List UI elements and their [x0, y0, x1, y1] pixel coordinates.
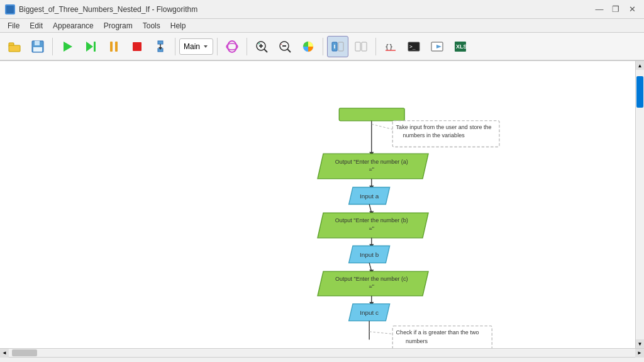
svg-rect-10 [115, 42, 118, 52]
sep6 [375, 38, 376, 55]
svg-text:=": =" [369, 166, 374, 173]
sep4 [247, 38, 247, 55]
pause-button[interactable] [103, 36, 125, 57]
svg-text:=": =" [369, 283, 374, 290]
svg-text:Input b: Input b [360, 251, 379, 258]
grid-view-button[interactable] [350, 36, 372, 57]
scroll-left-arrow[interactable]: ◄ [0, 349, 9, 358]
svg-rect-0 [6, 6, 14, 13]
svg-text:{}: {} [385, 43, 393, 51]
fit-page-button[interactable] [327, 36, 348, 57]
svg-text:Output "Enter the number (a): Output "Enter the number (a) [335, 159, 408, 165]
scroll-thumb-v[interactable] [636, 76, 643, 108]
title-bar: Biggest_of_Three_Numbers_Nested_If - Flo… [0, 0, 644, 19]
svg-text:Input c: Input c [360, 309, 379, 316]
sep5 [323, 38, 323, 55]
vertical-scrollbar[interactable]: ▲ ▼ [635, 61, 644, 348]
terminal-button[interactable]: >_ [403, 36, 425, 57]
sep2 [175, 38, 175, 55]
menu-file[interactable]: File [3, 20, 25, 31]
svg-rect-4 [35, 41, 40, 45]
svg-text:numbers: numbers [406, 338, 428, 344]
svg-text:+: + [258, 42, 260, 46]
menu-edit[interactable]: Edit [25, 20, 48, 31]
maximize-button[interactable]: ❐ [609, 3, 623, 16]
app-icon [5, 4, 15, 14]
svg-point-17 [228, 41, 236, 52]
main-dropdown-label: Main [184, 42, 200, 51]
svg-line-26 [287, 49, 291, 52]
svg-rect-33 [362, 42, 367, 51]
svg-text:=": =" [369, 225, 374, 232]
zoom-in-button[interactable]: + [251, 36, 272, 57]
svg-line-22 [264, 49, 267, 52]
svg-rect-32 [355, 42, 360, 51]
svg-text:Output "Enter the number (c): Output "Enter the number (c) [335, 276, 408, 282]
svg-text:Output "Enter the number (b): Output "Enter the number (b) [335, 217, 408, 223]
arrow-button[interactable] [426, 36, 448, 57]
symbol-button[interactable] [221, 36, 243, 57]
svg-text:Take input from the user and s: Take input from the user and store the [396, 124, 492, 130]
status-bar: 175% EN [0, 357, 644, 362]
svg-rect-5 [33, 47, 42, 52]
svg-rect-8 [94, 42, 96, 52]
svg-marker-6 [64, 42, 72, 52]
sep1 [52, 38, 53, 55]
excel-button[interactable]: XLS [450, 36, 471, 57]
window-controls[interactable]: — ❐ ✕ [592, 3, 639, 16]
close-button[interactable]: ✕ [625, 3, 639, 16]
svg-text:-: - [280, 41, 282, 47]
svg-rect-12 [158, 41, 163, 44]
menu-tools[interactable]: Tools [138, 20, 165, 31]
canvas-area[interactable]: Take input from the user and store the n… [0, 61, 635, 348]
scroll-right-arrow[interactable]: ► [635, 349, 644, 358]
scroll-up-arrow[interactable]: ▲ [636, 61, 645, 70]
run-button[interactable] [57, 36, 78, 57]
svg-text:Check if a is greater than the: Check if a is greater than the two [396, 329, 479, 336]
horizontal-scrollbar[interactable]: ◄ ► [0, 348, 644, 357]
sep3 [217, 38, 218, 55]
save-button[interactable] [27, 36, 48, 57]
toolbar: Main + - [0, 33, 644, 60]
flowchart-svg: Take input from the user and store the n… [0, 61, 635, 348]
svg-text:>_: >_ [409, 44, 416, 50]
svg-rect-30 [338, 42, 343, 51]
svg-rect-45 [339, 108, 404, 121]
window-title: Biggest_of_Three_Numbers_Nested_If - Flo… [19, 5, 197, 14]
svg-rect-11 [133, 42, 142, 51]
svg-rect-2 [9, 45, 20, 52]
svg-marker-7 [86, 42, 93, 52]
menu-appearance[interactable]: Appearance [48, 20, 99, 31]
color-button[interactable] [297, 36, 319, 57]
svg-text:XLS: XLS [456, 43, 467, 50]
zoom-out-button[interactable]: - [274, 36, 296, 57]
svg-text:Input a: Input a [360, 193, 379, 200]
chart-button[interactable] [150, 36, 171, 57]
menu-bar: File Edit Appearance Program Tools Help [0, 19, 644, 33]
scroll-thumb-h[interactable] [12, 349, 37, 356]
stop-button[interactable] [126, 36, 148, 57]
svg-marker-16 [204, 45, 208, 48]
svg-rect-42 [31, 61, 604, 348]
menu-help[interactable]: Help [165, 20, 191, 31]
minimize-button[interactable]: — [592, 3, 606, 16]
menu-program[interactable]: Program [99, 20, 138, 31]
open-button[interactable] [4, 36, 25, 57]
step-button[interactable] [80, 36, 101, 57]
scroll-down-arrow[interactable]: ▼ [636, 339, 645, 348]
code-view-button[interactable]: {} [380, 36, 401, 57]
svg-rect-9 [110, 42, 113, 52]
svg-text:numbers in the variables: numbers in the variables [402, 132, 465, 139]
main-dropdown[interactable]: Main [179, 38, 213, 55]
